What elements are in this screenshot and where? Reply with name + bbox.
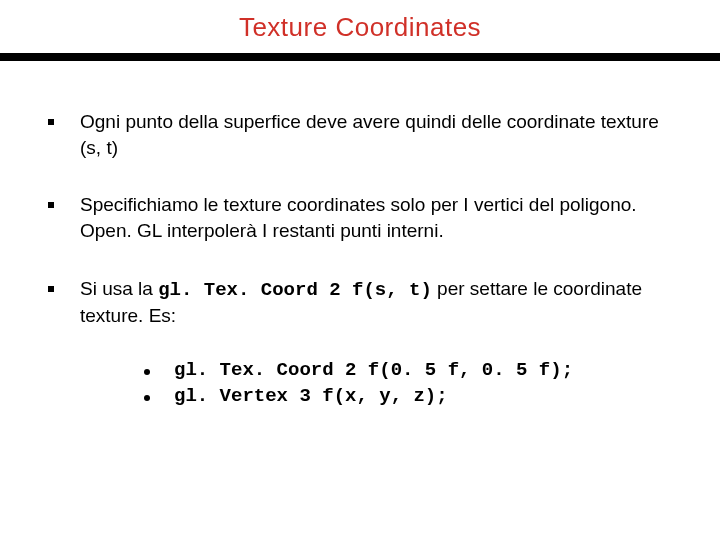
bullet-text: Ogni punto della superfice deve avere qu… <box>80 109 672 162</box>
title-area: Texture Coordinates <box>0 0 720 53</box>
sub-bullet-item: gl. Vertex 3 f(x, y, z); <box>144 385 672 407</box>
bullet-item: Specifichiamo le texture coordinates sol… <box>48 192 672 245</box>
bullet-item: Ogni punto della superfice deve avere qu… <box>48 109 672 162</box>
sub-bullet-icon <box>144 395 150 401</box>
bullet-pre: Specifichiamo le texture coordinates sol… <box>80 194 637 241</box>
title-underline <box>0 53 720 61</box>
content-area: Ogni punto della superfice deve avere qu… <box>0 61 720 407</box>
slide-title: Texture Coordinates <box>0 12 720 43</box>
bullet-text: Specifichiamo le texture coordinates sol… <box>80 192 672 245</box>
sub-bullet-icon <box>144 369 150 375</box>
bullet-item: Si usa la gl. Tex. Coord 2 f(s, t) per s… <box>48 276 672 329</box>
bullet-icon <box>48 202 54 208</box>
bullet-icon <box>48 119 54 125</box>
sub-bullet-item: gl. Tex. Coord 2 f(0. 5 f, 0. 5 f); <box>144 359 672 381</box>
bullet-pre: Si usa la <box>80 278 158 299</box>
bullet-code: gl. Tex. Coord 2 f(s, t) <box>158 279 432 301</box>
sub-bullet-text: gl. Vertex 3 f(x, y, z); <box>174 385 448 407</box>
bullet-pre: Ogni punto della superfice deve avere qu… <box>80 111 659 158</box>
bullet-icon <box>48 286 54 292</box>
sub-bullet-text: gl. Tex. Coord 2 f(0. 5 f, 0. 5 f); <box>174 359 573 381</box>
sub-bullet-list: gl. Tex. Coord 2 f(0. 5 f, 0. 5 f); gl. … <box>144 359 672 407</box>
bullet-text: Si usa la gl. Tex. Coord 2 f(s, t) per s… <box>80 276 672 329</box>
